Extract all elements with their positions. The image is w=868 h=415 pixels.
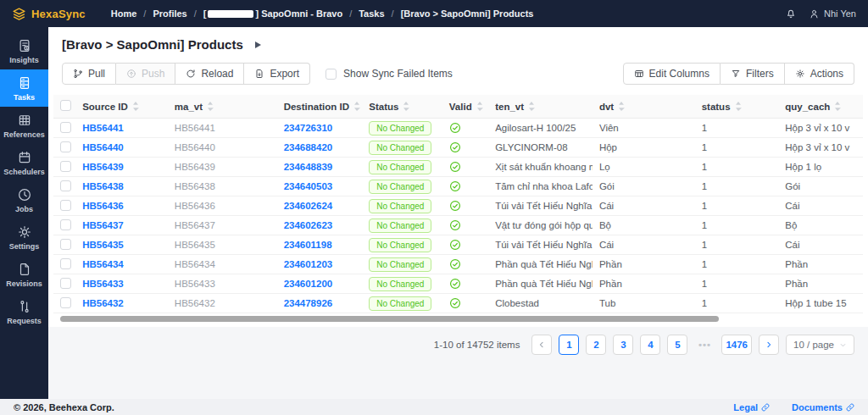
row-checkbox[interactable]: [60, 141, 71, 152]
column-header-sync_status[interactable]: Status: [362, 95, 442, 119]
sidebar-item-settings[interactable]: Settings: [0, 219, 48, 256]
source-id-link[interactable]: HB56435: [82, 240, 124, 250]
user-menu[interactable]: Nhi Yen: [809, 8, 856, 19]
row-checkbox[interactable]: [60, 258, 71, 269]
row-checkbox[interactable]: [60, 219, 71, 230]
column-header-quy_cach[interactable]: quy_cach: [778, 95, 863, 119]
sort-icon[interactable]: [132, 102, 139, 111]
collapse-caret-icon[interactable]: [255, 42, 261, 48]
column-header-ten_vt[interactable]: ten_vt: [488, 95, 593, 119]
destination-id-link[interactable]: 234602624: [284, 201, 333, 211]
column-header-ma_vt[interactable]: ma_vt: [168, 95, 277, 119]
pagination-page-1[interactable]: 1: [559, 335, 579, 355]
select-all-checkbox[interactable]: [60, 100, 71, 111]
row-checkbox[interactable]: [60, 122, 71, 133]
source-id-link[interactable]: HB56438: [82, 181, 124, 191]
destination-id-link[interactable]: 234601200: [284, 279, 333, 289]
destination-id-link[interactable]: 234726310: [284, 123, 333, 133]
sync-status-badge: No Changed: [369, 160, 431, 174]
pagination-page-1476[interactable]: 1476: [721, 335, 752, 355]
revisions-file-icon: [17, 262, 32, 277]
breadcrumb-tasks[interactable]: Tasks: [359, 8, 384, 19]
source-id-link[interactable]: HB56439: [82, 162, 124, 172]
column-header-source_id[interactable]: Source ID: [75, 95, 168, 119]
breadcrumb-profiles[interactable]: Profiles: [153, 8, 186, 19]
pull-button[interactable]: Pull: [62, 63, 116, 85]
column-header-destination_id[interactable]: Destination ID: [277, 95, 363, 119]
redacted-profile-name: [208, 10, 253, 18]
dvt-cell: Bộ: [593, 216, 695, 235]
source-id-link[interactable]: HB56440: [82, 142, 124, 152]
breadcrumb-profile[interactable]: [] SapoOmni - Bravo: [203, 8, 342, 19]
quy-cach-cell: Cái: [778, 196, 863, 216]
destination-id-link[interactable]: 234601203: [284, 259, 333, 269]
column-label: dvt: [599, 102, 614, 112]
pagination-prev-button[interactable]: [531, 335, 552, 355]
sidebar-item-insights[interactable]: Insights: [0, 32, 48, 69]
export-button[interactable]: Export: [244, 63, 310, 85]
pagination-page-3[interactable]: 3: [613, 335, 633, 355]
pagination-page-4[interactable]: 4: [640, 335, 660, 355]
source-id-link[interactable]: HB56433: [82, 279, 124, 289]
pagination-page-2[interactable]: 2: [586, 335, 606, 355]
documents-link[interactable]: Documents: [792, 402, 854, 412]
actions-button[interactable]: Actions: [785, 63, 854, 85]
row-checkbox-cell: [53, 177, 75, 196]
show-sync-failed-toggle[interactable]: Show Sync Failed Items: [326, 68, 453, 80]
source-id-link[interactable]: HB56437: [82, 220, 124, 230]
sidebar-item-tasks[interactable]: Tasks: [0, 69, 48, 107]
source-id-link[interactable]: HB56434: [82, 259, 124, 269]
row-checkbox[interactable]: [60, 161, 71, 172]
hexasync-logo[interactable]: HexaSync: [12, 7, 86, 21]
page-size-select[interactable]: 10 / page: [786, 335, 854, 355]
row-checkbox[interactable]: [60, 180, 71, 191]
source-id-link[interactable]: HB56436: [82, 201, 124, 211]
row-checkbox[interactable]: [60, 297, 71, 308]
source-id-link[interactable]: HB56432: [82, 298, 124, 308]
row-checkbox[interactable]: [60, 239, 71, 250]
row-checkbox[interactable]: [60, 200, 71, 211]
destination-id-cell: 234602624: [277, 196, 363, 216]
destination-id-link[interactable]: 234601198: [284, 240, 332, 250]
notification-bell-icon[interactable]: [785, 8, 797, 19]
sort-icon[interactable]: [476, 102, 483, 111]
show-sync-failed-checkbox[interactable]: [326, 69, 337, 80]
sort-icon[interactable]: [207, 102, 214, 111]
footer: © 2026, Beehexa Corp. Legal Documents: [0, 399, 868, 415]
scrollbar-thumb[interactable]: [60, 316, 719, 322]
sort-icon[interactable]: [353, 102, 360, 111]
destination-id-link[interactable]: 234648839: [284, 162, 333, 172]
sort-icon[interactable]: [834, 102, 841, 111]
breadcrumb-home[interactable]: Home: [111, 8, 137, 19]
column-header-status[interactable]: status: [695, 95, 779, 119]
sidebar-item-schedulers[interactable]: Schedulers: [0, 144, 48, 181]
valid-cell: [442, 294, 488, 313]
destination-id-link[interactable]: 234640503: [284, 181, 333, 191]
destination-id-link[interactable]: 234688420: [284, 142, 333, 152]
sidebar-item-references[interactable]: References: [0, 107, 48, 144]
column-header-valid[interactable]: Valid: [442, 95, 488, 119]
pagination-page-5[interactable]: 5: [667, 335, 687, 355]
sort-icon[interactable]: [618, 102, 625, 111]
sort-icon[interactable]: [528, 102, 535, 111]
destination-id-link[interactable]: 234602623: [284, 220, 333, 230]
reload-button[interactable]: Reload: [175, 63, 244, 85]
insights-icon: [17, 38, 32, 53]
destination-id-link[interactable]: 234478926: [284, 298, 333, 308]
push-button[interactable]: Push: [116, 63, 175, 85]
source-id-link[interactable]: HB56441: [82, 123, 124, 133]
pagination-ellipsis[interactable]: •••: [694, 335, 715, 355]
row-checkbox[interactable]: [60, 278, 71, 289]
edit-columns-button[interactable]: Edit Columns: [623, 63, 721, 85]
pagination-next-button[interactable]: [759, 335, 779, 355]
sidebar-item-jobs[interactable]: Jobs: [0, 181, 48, 219]
sidebar-item-revisions[interactable]: Revisions: [0, 256, 48, 293]
legal-link[interactable]: Legal: [733, 402, 770, 412]
column-header-dvt[interactable]: dvt: [593, 95, 695, 119]
valid-check-icon: [449, 161, 461, 173]
sort-icon[interactable]: [735, 102, 742, 111]
status-cell: 1: [695, 255, 779, 274]
sidebar-item-requests[interactable]: Requests: [0, 293, 48, 330]
sort-icon[interactable]: [403, 102, 409, 111]
filters-button[interactable]: Filters: [721, 63, 785, 85]
